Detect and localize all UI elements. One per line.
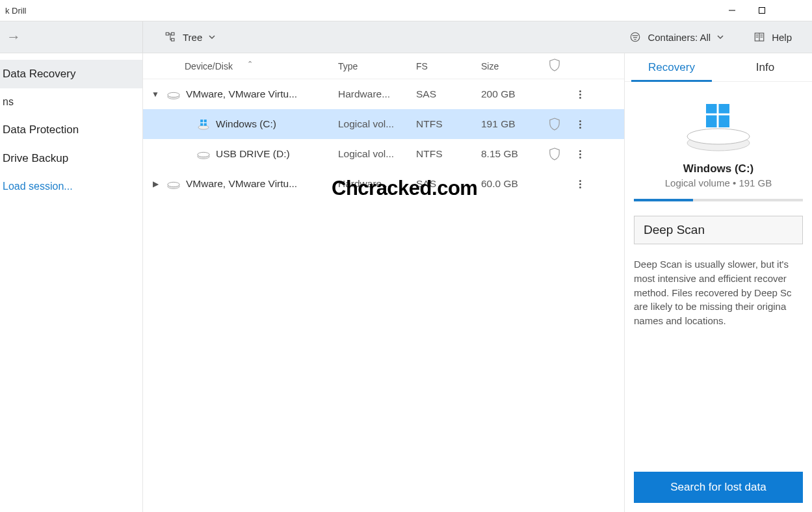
help-label: Help bbox=[772, 32, 792, 43]
search-button[interactable]: Search for lost data bbox=[634, 472, 803, 503]
cell-type: Hardware... bbox=[338, 88, 416, 100]
disk-icon bbox=[196, 149, 211, 159]
cell-fs: NTFS bbox=[416, 118, 481, 130]
help-button[interactable]: Help bbox=[745, 27, 800, 47]
scan-type-selector[interactable]: Deep Scan bbox=[634, 216, 803, 244]
cell-fs: SAS bbox=[416, 88, 481, 100]
sidebar-item-data-protection[interactable]: Data Protection bbox=[0, 116, 142, 144]
col-header-shield[interactable] bbox=[540, 58, 570, 73]
row-menu-button[interactable] bbox=[570, 180, 590, 188]
svg-point-16 bbox=[168, 92, 179, 97]
device-name: Windows (C:) bbox=[216, 118, 276, 130]
tab-info[interactable]: Info bbox=[718, 53, 812, 81]
containers-filter-button[interactable]: Containers: All bbox=[621, 27, 732, 47]
shield-icon bbox=[549, 147, 560, 160]
col-header-size[interactable]: Size bbox=[481, 61, 540, 71]
sidebar-item-drive-backup[interactable]: Drive Backup bbox=[0, 144, 142, 173]
svg-rect-26 bbox=[706, 104, 716, 114]
filter-icon bbox=[629, 31, 641, 43]
col-header-label: Size bbox=[481, 61, 499, 71]
svg-point-5 bbox=[631, 32, 640, 42]
cell-type: Logical vol... bbox=[338, 118, 416, 130]
maximize-button[interactable] bbox=[747, 0, 777, 21]
device-name: VMware, VMware Virtu... bbox=[186, 178, 297, 190]
view-mode-button[interactable]: Tree bbox=[156, 27, 224, 47]
row-menu-button[interactable] bbox=[570, 150, 590, 159]
cell-size: 191 GB bbox=[481, 118, 540, 130]
cell-device: ▶VMware, VMware Virtu... bbox=[143, 178, 338, 190]
windows-volume-icon bbox=[196, 120, 211, 129]
nav-forward-icon[interactable]: → bbox=[7, 29, 21, 45]
device-name: USB DRIVE (D:) bbox=[216, 148, 290, 160]
svg-point-17 bbox=[198, 125, 209, 129]
table-row[interactable]: ▼VMware, VMware Virtu...Hardware...SAS20… bbox=[143, 79, 624, 109]
volume-illustration bbox=[634, 97, 803, 156]
right-tabs: Recovery Info bbox=[625, 53, 812, 82]
tab-label: Recovery bbox=[648, 61, 695, 74]
cell-device: ▼VMware, VMware Virtu... bbox=[143, 88, 338, 100]
device-list-panel: ⌃ Device/Disk Type FS Size ▼VMware, VMwa… bbox=[143, 53, 625, 512]
titlebar: k Drill bbox=[0, 0, 812, 21]
col-header-label: FS bbox=[416, 61, 428, 71]
disk-icon bbox=[166, 90, 181, 99]
right-content: Windows (C:) Logical volume • 191 GB Dee… bbox=[625, 82, 812, 512]
kebab-icon bbox=[579, 150, 581, 159]
shield-icon bbox=[549, 118, 560, 131]
cell-type: Logical vol... bbox=[338, 148, 416, 160]
view-mode-label: Tree bbox=[183, 32, 202, 43]
expand-toggle-icon[interactable]: ▶ bbox=[150, 179, 161, 188]
window-controls bbox=[717, 0, 807, 21]
sidebar-item-label: Data Recovery bbox=[3, 68, 75, 80]
usage-bar-fill bbox=[634, 199, 693, 201]
scan-description: Deep Scan is usually slower, but it's mo… bbox=[634, 257, 803, 328]
svg-point-24 bbox=[687, 129, 750, 144]
table-header: ⌃ Device/Disk Type FS Size bbox=[143, 53, 624, 79]
row-menu-button[interactable] bbox=[570, 90, 590, 99]
workspace: Data Recovery ns Data Protection Drive B… bbox=[0, 53, 812, 512]
toolbar-middle: Tree Containers: All bbox=[143, 21, 745, 53]
sort-indicator-icon: ⌃ bbox=[247, 60, 253, 68]
col-header-device[interactable]: ⌃ Device/Disk bbox=[143, 61, 338, 71]
cell-device: Windows (C:) bbox=[143, 118, 338, 130]
help-icon bbox=[753, 31, 765, 43]
kebab-icon bbox=[579, 120, 581, 129]
table-row[interactable]: Windows (C:)Logical vol...NTFS191 GB bbox=[143, 109, 624, 139]
tab-recovery[interactable]: Recovery bbox=[625, 53, 718, 81]
sidebar-item-label: ns bbox=[3, 96, 14, 107]
toolbar-left: → bbox=[0, 21, 143, 53]
scan-type-label: Deep Scan bbox=[644, 223, 705, 237]
watermark-text: Chcracked.com bbox=[332, 177, 477, 200]
window-title: k Drill bbox=[5, 6, 27, 16]
sidebar-item-ns[interactable]: ns bbox=[0, 88, 142, 116]
col-header-fs[interactable]: FS bbox=[416, 61, 481, 71]
sidebar-item-data-recovery[interactable]: Data Recovery bbox=[0, 60, 142, 88]
cell-device: USB DRIVE (D:) bbox=[143, 148, 338, 160]
table-row[interactable]: USB DRIVE (D:)Logical vol...NTFS8.15 GB bbox=[143, 139, 624, 169]
sidebar: Data Recovery ns Data Protection Drive B… bbox=[0, 53, 143, 512]
col-header-type[interactable]: Type bbox=[338, 61, 416, 71]
expand-toggle-icon[interactable]: ▼ bbox=[150, 90, 161, 99]
toolbar: → Tree Containers: All Help bbox=[0, 21, 812, 53]
kebab-icon bbox=[579, 90, 581, 99]
svg-rect-2 bbox=[166, 32, 169, 35]
cell-size: 60.0 GB bbox=[481, 178, 540, 190]
minimize-button[interactable] bbox=[717, 0, 747, 21]
search-button-label: Search for lost data bbox=[670, 481, 766, 493]
sidebar-load-session-link[interactable]: Load session... bbox=[0, 173, 142, 200]
toolbar-right: Help bbox=[745, 21, 812, 53]
cell-fs: NTFS bbox=[416, 148, 481, 160]
device-name: VMware, VMware Virtu... bbox=[186, 88, 297, 100]
volume-subtitle: Logical volume • 191 GB bbox=[634, 177, 803, 188]
sidebar-item-label: Drive Backup bbox=[3, 152, 68, 164]
kebab-icon bbox=[579, 180, 581, 188]
row-menu-button[interactable] bbox=[570, 120, 590, 129]
sidebar-item-label: Data Protection bbox=[3, 123, 79, 136]
svg-rect-1 bbox=[759, 8, 765, 14]
right-panel: Recovery Info Windows (C:) Logical volum… bbox=[625, 53, 812, 512]
volume-title: Windows (C:) bbox=[634, 162, 803, 175]
tab-label: Info bbox=[756, 61, 774, 74]
cell-shield bbox=[540, 118, 570, 131]
link-label: Load session... bbox=[3, 181, 73, 192]
col-header-label: Device/Disk bbox=[185, 61, 233, 71]
usage-bar bbox=[634, 199, 803, 201]
